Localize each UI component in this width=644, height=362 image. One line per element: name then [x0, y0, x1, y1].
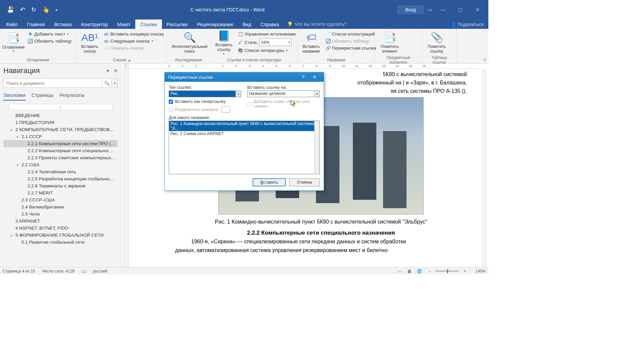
listbox-scrollbar[interactable] [314, 121, 319, 174]
horizontal-ruler[interactable]: 321·12345678910111213141516 [129, 64, 481, 69]
tab-design[interactable]: Конструктор [76, 20, 113, 29]
nav-search-button[interactable]: 🔍 [102, 78, 112, 88]
tab-review[interactable]: Рецензирование [192, 20, 238, 29]
tree-toggle-icon[interactable]: ▸ [11, 234, 12, 237]
mark-citation-button[interactable]: 📎Пометить ссылку [425, 30, 449, 55]
touch-mode-icon[interactable]: 👆 [42, 6, 50, 13]
nav-close-icon[interactable]: ✕ [114, 68, 118, 73]
zoom-slider[interactable] [435, 270, 459, 272]
status-page[interactable]: Страница 4 из 15 [3, 269, 35, 274]
insert-button[interactable]: Вставить [253, 178, 286, 186]
status-language[interactable]: русский [93, 269, 107, 274]
cross-reference-button[interactable]: 🔗Перекрестная ссылка [324, 45, 378, 51]
manage-sources-button[interactable]: 📋Управление источниками [236, 31, 297, 37]
tree-toggle-icon[interactable]: ▾ [17, 164, 18, 167]
minimize-button[interactable]: — [436, 7, 449, 12]
update-toc-button[interactable]: 🔄Обновить таблицу [26, 38, 73, 44]
cancel-button[interactable]: Отмена [289, 178, 320, 186]
nav-tab-pages[interactable]: Страницы [32, 93, 54, 101]
list-item[interactable]: Рис. 1 Командно-вычислительный пункт 5К8… [169, 121, 319, 131]
ribbon-display-icon[interactable]: ▭ [428, 7, 432, 12]
dialog-titlebar[interactable]: Перекрестные ссылки ? ✕ [165, 72, 324, 82]
tab-insert[interactable]: Вставка [50, 20, 76, 29]
tree-toggle-icon[interactable]: ▾ [17, 135, 18, 139]
nav-heading-item[interactable]: 2.2.5 Разработка концепции глобальной се… [3, 175, 118, 182]
tab-layout[interactable]: Макет [113, 20, 136, 29]
tree-toggle-icon[interactable]: ▸ [11, 128, 12, 132]
nav-heading-item[interactable]: 2.2.1 Компьютерные сети систем ПРО (ПВО) [3, 140, 118, 147]
nav-heading-item[interactable]: 2.2.4 Телетайпная сеть [3, 168, 118, 175]
nav-heading-item[interactable]: 2.2.6 Терминалы с экраном [3, 182, 118, 189]
nav-heading-item[interactable]: ВВЕДЕНИЕ [3, 112, 118, 119]
show-notes-icon: ▭ [104, 46, 109, 51]
nav-heading-item[interactable]: 1 ПРЕДЫСТОРИЯ [3, 119, 118, 126]
insert-ref-to-combo[interactable]: Название целиком ▾ [247, 90, 320, 97]
nav-heading-item[interactable]: 5.1 Развитие глобальной сети [3, 239, 118, 246]
caption-listbox[interactable]: Рис. 1 Командно-вычислительный пункт 5К8… [169, 121, 320, 174]
tab-file[interactable]: Файл [1, 20, 22, 29]
web-layout-button[interactable]: 🌐 [415, 268, 423, 274]
nav-search-input[interactable] [3, 78, 102, 88]
redo-icon[interactable]: ↻ [31, 6, 36, 13]
nav-heading-item[interactable]: 3 ARPANET [3, 218, 118, 225]
tell-me[interactable]: 💡Что вы хотите сделать? [284, 19, 350, 29]
insert-as-hyperlink-checkbox[interactable]: Вставить как гиперссылку [169, 99, 241, 104]
share-button[interactable]: 👤 Поделиться [446, 20, 488, 29]
nav-heading-item[interactable]: ▸5 ФОРМИРОВАНИЕ ГЛОБАЛЬНОЙ СЕТИ [3, 232, 118, 239]
nav-heading-item[interactable]: 2.2.3 Проекты советских компьютерных се.… [3, 154, 118, 161]
vertical-scrollbar[interactable] [482, 70, 487, 267]
mark-index-entry-button[interactable]: 📑Пометить элемент [378, 30, 402, 55]
nav-heading-item[interactable]: 2.3 СССР–США [3, 196, 118, 203]
insert-endnote-button[interactable]: abВставить концевую сноску [102, 31, 165, 37]
zoom-in-button[interactable]: + [461, 268, 469, 274]
read-mode-button[interactable]: ▭ [395, 268, 403, 274]
collapse-ribbon-icon[interactable]: ᐱ [484, 58, 486, 62]
save-icon[interactable]: 💾 [7, 6, 14, 13]
nav-heading-item[interactable]: 4 NSFNET, BITNET, FIDO [3, 225, 118, 232]
nav-heading-item[interactable]: 2.2.7 MERIT [3, 189, 118, 196]
table-of-figures-button[interactable]: 📄Список иллюстраций [324, 31, 378, 37]
nav-search-dropdown[interactable]: ▾ [112, 78, 118, 88]
citation-style-select[interactable]: 🖊Стиль:APA▾ [236, 38, 297, 47]
nav-tab-results[interactable]: Результаты [60, 93, 85, 101]
proofing-icon[interactable]: 📖 [81, 269, 86, 274]
nav-scroll-top[interactable]: ▴ [9, 104, 112, 110]
close-button[interactable]: ✕ [471, 7, 484, 12]
nav-heading-item[interactable]: 2.2.2 Компьютерные сети специального на.… [3, 147, 118, 154]
nav-dropdown-icon[interactable]: ▾ [107, 68, 109, 73]
status-words[interactable]: Число слов: 4129 [42, 269, 74, 274]
tab-references[interactable]: Ссылки [135, 19, 162, 29]
tab-view[interactable]: Вид [238, 20, 256, 29]
footnotes-dialog-launcher[interactable]: ◢ [128, 58, 130, 62]
tab-home[interactable]: Главная [22, 20, 49, 29]
maximize-button[interactable]: ▢ [453, 7, 467, 12]
toc-button[interactable]: 📑Оглавление▾ [3, 30, 24, 55]
nav-tab-headings[interactable]: Заголовки [3, 93, 25, 101]
dialog-help-button[interactable]: ? [298, 74, 309, 80]
tab-help[interactable]: Справка [256, 20, 284, 29]
zoom-out-button[interactable]: − [425, 268, 433, 274]
dialog-close-button[interactable]: ✕ [309, 74, 320, 80]
insert-citation-button[interactable]: 📘Вставить ссылку▾ [213, 30, 234, 55]
signin-button[interactable]: Вход [397, 6, 424, 14]
insert-footnote-button[interactable]: AB¹Вставить сноску [79, 30, 100, 55]
ruler-corner[interactable]: L [123, 64, 129, 69]
undo-icon[interactable]: ↶ [20, 6, 25, 13]
nav-heading-item[interactable]: 2.5 Чили [3, 210, 118, 218]
bibliography-button[interactable]: 📚Список литературы▾ [236, 47, 297, 54]
ref-type-combo[interactable]: Рис. ▾ [169, 90, 241, 97]
nav-heading-item[interactable]: 2.4 Великобритания [3, 203, 118, 210]
zoom-level[interactable]: 140% [471, 269, 486, 274]
group-index: Предметный указатель [378, 57, 419, 63]
insert-caption-button[interactable]: 🏷Вставить название [301, 30, 322, 55]
tab-mailings[interactable]: Рассылки [162, 20, 193, 29]
print-layout-button[interactable]: ▦ [405, 268, 413, 274]
nav-heading-item[interactable]: ▾2.2 США [3, 161, 118, 168]
next-footnote-button[interactable]: abСледующая сноска▾ [102, 38, 165, 44]
smart-lookup-button[interactable]: 🔍Интеллектуальный поиск [170, 30, 209, 55]
nav-heading-item[interactable]: ▾2.1 СССР [3, 133, 118, 140]
add-text-button[interactable]: ✚Добавить текст▾ [26, 31, 73, 37]
nav-heading-item[interactable]: ▸2 КОМПЬЮТЕРНЫЕ СЕТИ, ПРЕДШЕСТВОВАВШИЕ..… [3, 126, 118, 133]
vertical-ruler[interactable] [123, 69, 129, 267]
list-item[interactable]: Рис. 2 Схема сети ARPNET [169, 131, 319, 136]
